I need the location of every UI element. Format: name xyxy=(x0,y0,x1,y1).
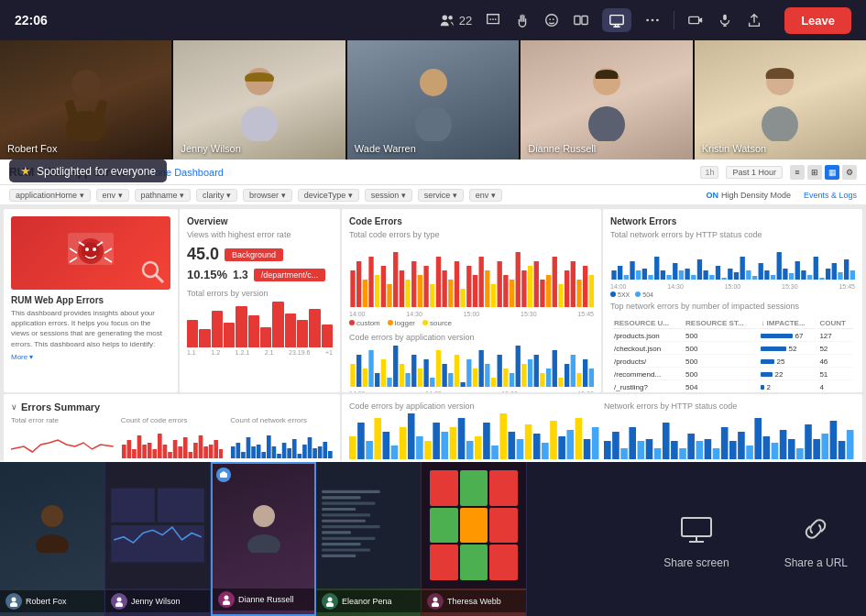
svg-rect-269 xyxy=(220,473,227,478)
svg-rect-169 xyxy=(183,437,188,458)
svg-point-271 xyxy=(225,596,229,600)
video-icon[interactable] xyxy=(687,12,704,28)
raise-hand-icon[interactable] xyxy=(514,12,531,28)
filter-pathname[interactable]: pathname ▾ xyxy=(135,189,192,202)
filter-browser[interactable]: browser ▾ xyxy=(243,189,292,202)
filter-session[interactable]: session ▾ xyxy=(365,189,412,202)
svg-rect-274 xyxy=(322,490,380,493)
rum-description: This dashboard provides insights about y… xyxy=(11,308,170,349)
svg-rect-79 xyxy=(363,368,367,387)
detail-chart2 xyxy=(604,413,855,459)
share-screen-button[interactable]: Share screen xyxy=(663,509,729,569)
more-options-icon[interactable] xyxy=(644,12,661,28)
thumb-dianne[interactable]: Dianne Russell xyxy=(211,462,316,616)
share-url-icon xyxy=(795,509,836,549)
svg-rect-215 xyxy=(499,413,507,459)
svg-point-4 xyxy=(495,18,497,20)
thumb-robert[interactable]: Robert Fox xyxy=(0,462,105,616)
filter-env[interactable]: env ▾ xyxy=(96,189,129,202)
svg-point-267 xyxy=(253,505,275,527)
svg-rect-41 xyxy=(375,275,379,307)
filter-device[interactable]: deviceType ▾ xyxy=(298,189,359,202)
thumb-theresa-grid xyxy=(424,465,523,586)
svg-rect-251 xyxy=(805,424,812,459)
name-tag-robert: Robert Fox xyxy=(7,143,57,154)
svg-rect-62 xyxy=(503,275,508,307)
svg-rect-226 xyxy=(592,427,599,459)
svg-rect-125 xyxy=(661,270,665,280)
collapse-icon[interactable]: ∨ xyxy=(11,402,17,412)
filter-env2[interactable]: env ▾ xyxy=(469,189,502,202)
share-url-button[interactable]: Share a URL xyxy=(784,509,848,569)
svg-rect-229 xyxy=(620,448,628,459)
svg-rect-63 xyxy=(510,280,514,307)
spotlight-banner: ★ Spotlighted for everyone xyxy=(9,160,167,182)
screen-share-active-icon[interactable] xyxy=(602,8,631,32)
svg-rect-174 xyxy=(209,445,214,458)
svg-point-3 xyxy=(492,18,494,20)
reaction-icon[interactable] xyxy=(543,12,560,28)
svg-rect-249 xyxy=(788,439,795,459)
svg-rect-195 xyxy=(323,442,328,458)
svg-point-268 xyxy=(247,534,280,553)
svg-point-33 xyxy=(85,248,89,251)
code-errors-chart xyxy=(349,243,594,307)
thumb-eleanor[interactable]: Eleanor Pena xyxy=(316,462,422,616)
thumb-jenny[interactable]: Jenny Wilson xyxy=(105,462,211,616)
svg-rect-73 xyxy=(571,261,576,307)
avatar-dianne xyxy=(218,591,235,608)
leave-button[interactable]: Leave xyxy=(784,7,851,34)
svg-point-16 xyxy=(71,70,101,99)
person-silhouette-kristin xyxy=(752,59,807,141)
code-errors-time: 14:0014:3015:0015:3015:45 xyxy=(349,311,594,317)
svg-rect-280 xyxy=(322,525,380,528)
svg-rect-220 xyxy=(542,443,549,459)
svg-rect-167 xyxy=(172,440,177,458)
star-icon: ★ xyxy=(20,164,31,178)
svg-rect-67 xyxy=(534,261,539,307)
share-icon[interactable] xyxy=(746,12,762,28)
filter-clarity[interactable]: clarity ▾ xyxy=(196,189,237,202)
svg-rect-54 xyxy=(455,261,459,307)
avatar-jenny xyxy=(111,593,127,610)
svg-rect-221 xyxy=(550,421,557,459)
participants-icon[interactable]: 22 xyxy=(439,12,472,28)
svg-rect-143 xyxy=(771,275,775,280)
svg-rect-264 xyxy=(111,525,204,562)
settings-view-icon[interactable]: ⚙ xyxy=(842,165,857,180)
svg-rect-290 xyxy=(682,518,711,536)
events-logs-toggle[interactable]: Events & Logs xyxy=(804,191,857,200)
errors-detail-panel: Code errors by application version xyxy=(342,394,862,462)
net-col-count: COUNT xyxy=(817,318,853,329)
table-row: /products/500 25 46 xyxy=(612,357,853,368)
chat-icon[interactable] xyxy=(485,12,501,28)
svg-rect-80 xyxy=(368,350,373,387)
svg-rect-204 xyxy=(408,413,415,459)
compact-view-icon[interactable]: ▦ xyxy=(825,165,839,180)
breakout-icon[interactable] xyxy=(573,12,589,28)
svg-rect-146 xyxy=(789,273,794,280)
filter-app[interactable]: applicationHome ▾ xyxy=(9,189,91,202)
svg-rect-47 xyxy=(411,261,416,307)
svg-rect-84 xyxy=(393,346,398,387)
list-view-icon[interactable]: ≡ xyxy=(790,165,805,180)
svg-rect-147 xyxy=(795,261,800,280)
svg-rect-123 xyxy=(648,275,652,280)
density-toggle[interactable]: ON High Density Mode xyxy=(706,191,791,200)
svg-rect-283 xyxy=(322,543,360,545)
svg-point-27 xyxy=(762,106,798,141)
overview-value1: 45.0 xyxy=(187,245,219,264)
grid-view-icon[interactable]: ⊞ xyxy=(807,165,822,180)
svg-rect-284 xyxy=(322,548,370,551)
filter-service[interactable]: service ▾ xyxy=(418,189,464,202)
rum-more-link[interactable]: More ▾ xyxy=(11,353,170,361)
mic-icon[interactable] xyxy=(717,12,733,28)
svg-rect-126 xyxy=(666,275,671,280)
svg-rect-153 xyxy=(832,263,837,280)
thumb-person-robert xyxy=(29,498,75,553)
magnify-icon xyxy=(139,258,167,286)
svg-rect-127 xyxy=(673,263,677,280)
svg-rect-8 xyxy=(575,16,580,25)
time-range[interactable]: Past 1 Hour xyxy=(726,166,783,179)
thumb-theresa[interactable]: Theresa Webb xyxy=(422,462,527,616)
